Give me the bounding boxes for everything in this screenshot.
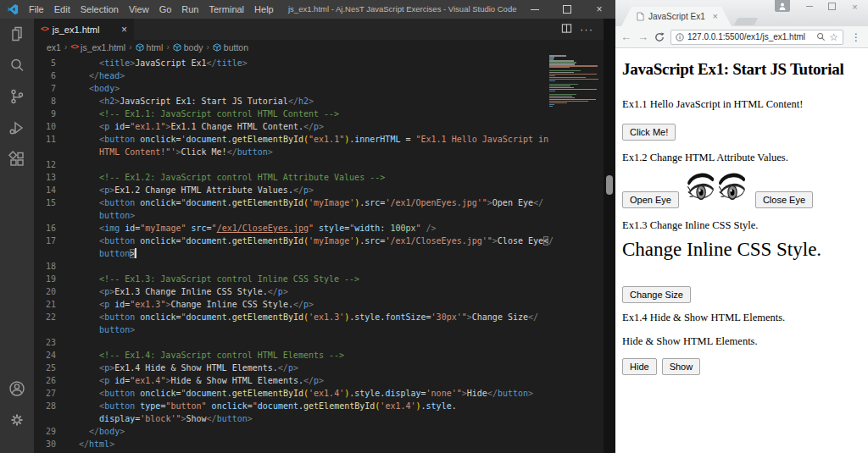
code-lines: 5 <title>JavaScript Ex1</title>6 </head>… [34, 57, 604, 453]
code-line: button> [34, 323, 604, 336]
breadcrumb-separator: › [207, 42, 209, 52]
code-text: </html> [79, 438, 114, 450]
code-text: <h2>JavaScript Ex1: Start JS Tutorial</h… [79, 95, 314, 108]
close-icon[interactable]: × [843, 0, 866, 13]
info-icon[interactable] [676, 33, 684, 41]
code-line: 5 <title>JavaScript Ex1</title> [34, 57, 604, 69]
extensions-icon[interactable] [7, 149, 27, 169]
vscode-window-controls: × [519, 0, 615, 19]
forward-icon[interactable]: → [637, 31, 648, 42]
browser-menu-icon[interactable]: ⋮ [849, 32, 863, 42]
menu-selection[interactable]: Selection [75, 0, 124, 19]
account-icon[interactable] [7, 378, 27, 399]
maximize-icon[interactable] [551, 0, 583, 19]
more-actions-icon[interactable]: ··· [580, 24, 593, 35]
browser-titlebar: JavaScript Ex1 × × [615, 0, 868, 26]
explorer-icon[interactable] [7, 24, 27, 44]
ex1-4-target-text: Hide & Show HTML Elements. [622, 335, 861, 348]
rendered-page: JavaScript Ex1: Start JS Tutorial Ex1.1 … [615, 49, 868, 453]
code-line: 6 </head> [34, 69, 604, 82]
menu-help[interactable]: Help [249, 0, 279, 19]
menu-view[interactable]: View [124, 0, 154, 19]
close-tab-icon[interactable]: × [713, 12, 718, 21]
editor-tab-js-ex1[interactable]: <> js_ex1.html × [34, 19, 134, 40]
new-tab-button[interactable] [734, 18, 759, 25]
show-button[interactable]: Show [662, 358, 701, 375]
code-text: <button onclick="document.getElementById… [79, 311, 538, 323]
code-text: <!-- Ex1.1: JavaScript control HTML Cont… [79, 108, 339, 120]
scrollbar-grip[interactable] [606, 175, 613, 195]
breadcrumb-label: html [147, 42, 164, 52]
minimize-icon[interactable] [519, 0, 551, 19]
code-text: button> [79, 323, 135, 336]
breadcrumb-item-body[interactable]: body [173, 42, 203, 52]
code-text: <!-- Ex1.2: JavaScript control HTML Attr… [79, 171, 385, 184]
minimap-line [549, 89, 597, 91]
minimap-line [549, 74, 597, 75]
split-editor-icon[interactable] [561, 22, 572, 37]
line-number: 28 [34, 400, 56, 412]
browser-tab[interactable]: JavaScript Ex1 × [621, 7, 732, 26]
search-icon[interactable] [7, 55, 27, 75]
profile-icon[interactable] [775, 0, 790, 12]
zoom-icon[interactable] [816, 32, 826, 41]
click-me-button[interactable]: Click Me! [622, 124, 676, 141]
hide-button[interactable]: Hide [622, 358, 657, 375]
line-number: 25 [34, 362, 56, 374]
code-editor[interactable]: 5 <title>JavaScript Ex1</title>6 </head>… [34, 54, 604, 453]
code-line: button> [34, 247, 604, 260]
code-text: <p>Ex1.4 Hide & Show HTML Elements.</p> [79, 362, 298, 374]
source-control-icon[interactable] [7, 86, 27, 107]
maximize-icon[interactable] [821, 0, 843, 13]
code-line: 30</html> [34, 438, 604, 450]
code-line: display='block'">Show</button> [34, 412, 604, 425]
breadcrumb-item-html[interactable]: html [136, 42, 164, 52]
vscode-window: FileEditSelectionViewGoRunTerminalHelp j… [0, 0, 615, 453]
browser-tab-title: JavaScript Ex1 [648, 12, 705, 21]
breadcrumb-label: body [184, 42, 203, 52]
settings-gear-icon[interactable] [7, 410, 27, 430]
breadcrumb-item-js-ex1-html[interactable]: <>js_ex1.html [70, 42, 125, 52]
minimap[interactable] [549, 55, 600, 109]
line-number: 8 [34, 95, 56, 108]
code-line: HTML Content!"'>Click Me!</button> [34, 146, 604, 158]
open-eye-button[interactable]: Open Eye [622, 191, 679, 208]
code-line: 11 <button onclick='document.getElementB… [34, 133, 604, 146]
code-line: 17 <button onclick="document.getElementB… [34, 235, 604, 247]
line-number: 13 [34, 171, 56, 184]
line-number: 9 [34, 108, 56, 120]
run-debug-icon[interactable] [7, 118, 27, 138]
code-line: 22 <button onclick="document.getElementB… [34, 311, 604, 323]
menu-file[interactable]: File [24, 0, 49, 19]
menu-edit[interactable]: Edit [49, 0, 75, 19]
reload-icon[interactable] [654, 32, 665, 42]
close-tab-icon[interactable]: × [121, 25, 127, 35]
code-text: <p id="ex1.1">Ex1.1 Change HTML Content.… [79, 120, 324, 133]
breadcrumb-label: ex1 [47, 42, 61, 52]
line-number: 22 [34, 311, 56, 323]
bookmark-star-icon[interactable]: ☆ [829, 32, 838, 42]
screenshot-root: FileEditSelectionViewGoRunTerminalHelp j… [0, 0, 868, 453]
menu-go[interactable]: Go [154, 0, 177, 19]
vscode-logo-icon [7, 3, 19, 15]
code-line: 8 <h2>JavaScript Ex1: Start JS Tutorial<… [34, 95, 604, 108]
symbol-cube-icon [213, 43, 221, 52]
line-number [34, 323, 56, 336]
line-number: 26 [34, 374, 56, 387]
minimize-icon[interactable] [798, 0, 821, 13]
code-text: button> [79, 247, 136, 260]
url-text[interactable]: 127.0.0.1:5500/ex1/js_ex1.html [687, 32, 813, 41]
breadcrumb-item-button[interactable]: button [213, 42, 248, 52]
menu-run[interactable]: Run [176, 0, 203, 19]
menu-terminal[interactable]: Terminal [204, 0, 250, 19]
back-icon[interactable]: ← [620, 31, 632, 42]
line-number: 14 [34, 184, 56, 196]
code-line: 18 [34, 260, 604, 273]
close-eye-button[interactable]: Close Eye [755, 191, 813, 208]
address-bar[interactable]: 127.0.0.1:5500/ex1/js_ex1.html ☆ [670, 30, 843, 45]
code-text: button> [79, 209, 135, 222]
close-icon[interactable]: × [583, 0, 615, 19]
activity-bar [0, 19, 34, 453]
breadcrumb-item-ex1[interactable]: ex1 [47, 42, 61, 52]
change-size-button[interactable]: Change Size [622, 286, 691, 303]
